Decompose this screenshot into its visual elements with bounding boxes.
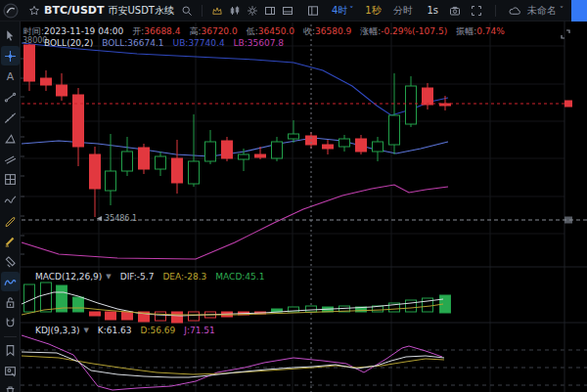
search-icon[interactable] (178, 2, 196, 20)
resolution-label[interactable]: 1s (427, 5, 438, 16)
change-value: -0.29%(-107.5) (381, 26, 447, 36)
symbol-title[interactable]: BTC/USDT (44, 4, 104, 17)
top-bar: BTC/USDT 币安USDT永续 4时˅ 1秒 分时 1s 未命名˅ (0, 0, 587, 22)
segment-tool[interactable] (1, 87, 20, 107)
brush-tool[interactable] (1, 272, 20, 291)
kdj-legend-row: KDJ(9,3,3) ▼ K:61.63 D:56.69 J:71.51 (35, 326, 215, 335)
kdj-indicator-name[interactable]: KDJ(9,3,3) (35, 326, 79, 335)
macd-indicator-name[interactable]: MACD(12,26,9) (35, 272, 102, 282)
boll-legend-row: BOLL(20,2) BOLL:36674.1 UB:37740.4 LB:35… (44, 38, 284, 48)
magnet-tool[interactable] (1, 313, 20, 332)
svg-text:A: A (6, 70, 14, 83)
trading-app: BTC/USDT 币安USDT永续 4时˅ 1秒 分时 1s 未命名˅ A 时间… (0, 0, 587, 392)
dea-value: DEA:-28.3 (162, 272, 206, 282)
shape-tool[interactable] (1, 128, 20, 148)
cloud-icon[interactable] (506, 2, 523, 20)
crosshair-price-label: 35486.1 (96, 214, 137, 223)
gear-icon[interactable] (244, 2, 261, 20)
crosshair-tool[interactable] (1, 46, 20, 65)
expand-pane-icon[interactable] (559, 26, 572, 40)
pencil-tool[interactable] (1, 210, 20, 230)
trash-tool[interactable] (1, 381, 20, 392)
grid-tool[interactable] (1, 169, 20, 189)
timeframe-1s-button[interactable]: 1秒 (365, 4, 381, 18)
k-value: K:61.63 (98, 326, 132, 335)
boll-indicator-name[interactable]: BOLL(20,2) (44, 38, 93, 48)
indicator-chart-icon[interactable] (226, 2, 244, 20)
snapshot-tool[interactable] (1, 361, 20, 380)
amplitude-value: 0.74% (476, 26, 505, 36)
app-logo-icon[interactable] (3, 3, 19, 19)
chevron-down-icon[interactable]: ▼ (106, 273, 111, 281)
cursor-tool[interactable] (1, 25, 20, 45)
boll-ub-value: UB:37740.4 (173, 38, 225, 48)
divider (202, 5, 203, 17)
macd-legend-row: MACD(12,26,9) ▼ DIF:-5.7 DEA:-28.3 MACD:… (35, 272, 264, 282)
workspace-name-button[interactable]: 未命名˅ (527, 4, 564, 18)
layout-icon[interactable] (304, 2, 322, 20)
close-value: 36580.9 (315, 26, 351, 36)
timeframe-4h-button[interactable]: 4时˅ (332, 4, 353, 18)
open-value: 36688.4 (144, 26, 180, 36)
boll-mid-value: BOLL:36674.1 (102, 38, 163, 48)
trendline-tool[interactable] (1, 108, 20, 127)
toolbar-divider (4, 336, 17, 337)
high-value: 36720.0 (201, 26, 237, 36)
wave-tool[interactable] (1, 190, 20, 209)
camera-icon[interactable] (446, 2, 464, 20)
lock-tool[interactable] (1, 292, 20, 312)
boll-lb-value: LB:35607.8 (234, 38, 284, 48)
eraser-tool[interactable] (1, 251, 20, 271)
tag-icon (96, 215, 103, 222)
panel-bottom-icon[interactable] (279, 2, 296, 20)
panel-right-icon[interactable] (261, 2, 279, 20)
divider (495, 5, 496, 17)
timeframe-minute-button[interactable]: 分时 (393, 4, 413, 18)
parallel-tool[interactable] (1, 149, 20, 168)
dif-value: DIF:-5.7 (120, 272, 155, 282)
ohlc-info-row: 时间:2023-11-19 04:00 开:36688.4 高:36720.0 … (23, 25, 505, 38)
favorite-star-icon[interactable] (25, 2, 43, 20)
fullscreen-icon[interactable] (468, 2, 485, 20)
low-value: 36450.0 (258, 26, 294, 36)
text-tool[interactable]: A (1, 66, 20, 86)
market-title[interactable]: 币安USDT永续 (108, 4, 173, 18)
crown-icon[interactable] (208, 2, 226, 20)
side-panel-toggle[interactable] (571, 0, 587, 22)
bookmark-tool[interactable] (1, 340, 20, 360)
chevron-down-icon[interactable]: ▼ (83, 327, 88, 334)
j-value: J:71.51 (184, 326, 214, 335)
drawing-toolbar: A (0, 22, 21, 392)
d-value: D:56.69 (141, 326, 176, 335)
macd-value: MACD:45.1 (215, 272, 264, 282)
marker-tool[interactable] (1, 231, 20, 250)
bar-time: 2023-11-19 04:00 (44, 26, 123, 36)
